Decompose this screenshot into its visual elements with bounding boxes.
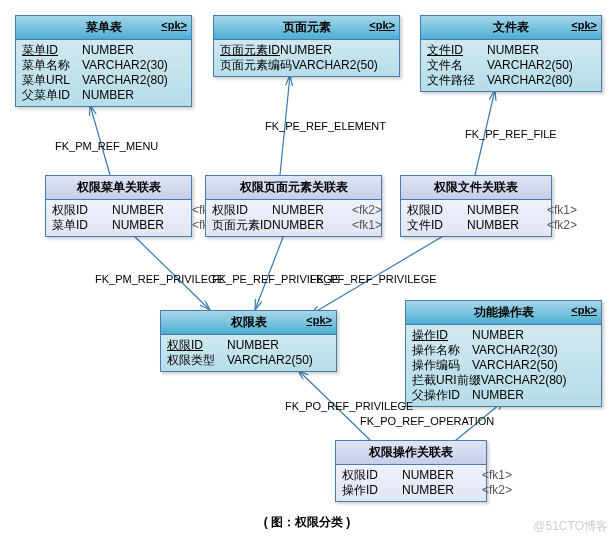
- column-name: 文件ID: [427, 43, 487, 58]
- column-name: 菜单ID: [52, 218, 112, 233]
- title: 权限菜单关联表: [77, 180, 161, 194]
- column-row: 操作IDNUMBER<fk2>: [342, 483, 480, 498]
- entity-file: 文件表<pk> 文件IDNUMBER文件名VARCHAR2(50)文件路径VAR…: [420, 15, 602, 92]
- column-key: <fk2>: [482, 483, 512, 498]
- column-row: 权限IDNUMBER: [167, 338, 330, 353]
- column-type: NUMBER: [112, 218, 192, 233]
- entity-privilege: 权限表<pk> 权限IDNUMBER权限类型VARCHAR2(50): [160, 310, 337, 372]
- fk-label: FK_PM_REF_MENU: [55, 140, 158, 152]
- entity-operation: 功能操作表<pk> 操作IDNUMBER操作名称VARCHAR2(30)操作编码…: [405, 300, 602, 407]
- column-type: NUMBER: [472, 328, 552, 343]
- title: 权限表: [231, 315, 267, 329]
- column-name: 操作名称: [412, 343, 472, 358]
- column-row: 菜单名称VARCHAR2(30): [22, 58, 185, 73]
- diagram-caption: ( 图：权限分类 ): [0, 514, 614, 531]
- fk-label: FK_PM_REF_PRIVILEGE: [95, 273, 224, 285]
- column-row: 操作IDNUMBER: [412, 328, 595, 343]
- column-type: VARCHAR2(80): [487, 73, 573, 88]
- column-name: 操作ID: [342, 483, 402, 498]
- column-type: VARCHAR2(50): [227, 353, 313, 368]
- column-key: <fk2>: [547, 218, 577, 233]
- column-row: 菜单URLVARCHAR2(80): [22, 73, 185, 88]
- column-name: 拦截URI前缀: [412, 373, 481, 388]
- fk-label: FK_PO_REF_PRIVILEGE: [285, 400, 413, 412]
- title: 页面元素: [283, 20, 331, 34]
- column-type: VARCHAR2(80): [82, 73, 168, 88]
- column-name: 权限ID: [342, 468, 402, 483]
- column-name: 菜单URL: [22, 73, 82, 88]
- pk-marker: <pk>: [571, 304, 597, 316]
- column-row: 文件IDNUMBER<fk2>: [407, 218, 545, 233]
- column-name: 父菜单ID: [22, 88, 82, 103]
- column-type: NUMBER: [82, 88, 162, 103]
- column-key: <fk1>: [547, 203, 577, 218]
- column-row: 权限IDNUMBER<fk1>: [407, 203, 545, 218]
- column-row: 权限类型VARCHAR2(50): [167, 353, 330, 368]
- entity-page-element: 页面元素<pk> 页面元素IDNUMBER页面元素编码VARCHAR2(50): [213, 15, 400, 77]
- column-row: 拦截URI前缀VARCHAR2(80): [412, 373, 595, 388]
- column-name: 页面元素ID: [212, 218, 272, 233]
- column-name: 父操作ID: [412, 388, 472, 403]
- column-type: NUMBER: [82, 43, 162, 58]
- column-name: 文件路径: [427, 73, 487, 88]
- column-row: 菜单IDNUMBER: [22, 43, 185, 58]
- column-row: 菜单IDNUMBER<fk1>: [52, 218, 185, 233]
- column-name: 操作编码: [412, 358, 472, 373]
- pk-marker: <pk>: [571, 19, 597, 31]
- column-row: 文件IDNUMBER: [427, 43, 595, 58]
- column-name: 菜单ID: [22, 43, 82, 58]
- column-row: 页面元素IDNUMBER: [220, 43, 393, 58]
- column-type: VARCHAR2(50): [487, 58, 573, 73]
- entity-priv-operation: 权限操作关联表 权限IDNUMBER<fk1>操作IDNUMBER<fk2>: [335, 440, 487, 502]
- column-type: VARCHAR2(50): [292, 58, 378, 73]
- column-name: 操作ID: [412, 328, 472, 343]
- column-name: 权限ID: [52, 203, 112, 218]
- watermark: @51CTO博客: [533, 518, 608, 535]
- column-type: VARCHAR2(80): [481, 373, 567, 388]
- title: 菜单表: [86, 20, 122, 34]
- column-name: 文件名: [427, 58, 487, 73]
- column-type: NUMBER: [280, 43, 360, 58]
- fk-label: FK_PF_REF_FILE: [465, 128, 557, 140]
- title: 权限操作关联表: [369, 445, 453, 459]
- column-type: NUMBER: [227, 338, 307, 353]
- column-key: <fk1>: [352, 218, 382, 233]
- column-row: 父操作IDNUMBER: [412, 388, 595, 403]
- column-type: NUMBER: [272, 203, 352, 218]
- fk-label: FK_PO_REF_OPERATION: [360, 415, 494, 427]
- column-row: 页面元素IDNUMBER<fk1>: [212, 218, 375, 233]
- fk-label: FK_PF_REF_PRIVILEGE: [310, 273, 437, 285]
- entity-menu: 菜单表<pk> 菜单IDNUMBER菜单名称VARCHAR2(30)菜单URLV…: [15, 15, 192, 107]
- column-name: 菜单名称: [22, 58, 82, 73]
- title: 权限页面元素关联表: [240, 180, 348, 194]
- column-name: 权限ID: [407, 203, 467, 218]
- entity-priv-file: 权限文件关联表 权限IDNUMBER<fk1>文件IDNUMBER<fk2>: [400, 175, 552, 237]
- column-type: NUMBER: [467, 203, 547, 218]
- column-type: NUMBER: [402, 468, 482, 483]
- column-type: NUMBER: [472, 388, 552, 403]
- entity-priv-menu: 权限菜单关联表 权限IDNUMBER<fk2>菜单IDNUMBER<fk1>: [45, 175, 192, 237]
- entity-priv-page: 权限页面元素关联表 权限IDNUMBER<fk2>页面元素IDNUMBER<fk…: [205, 175, 382, 237]
- column-name: 权限ID: [167, 338, 227, 353]
- column-type: NUMBER: [402, 483, 482, 498]
- column-name: 权限类型: [167, 353, 227, 368]
- column-row: 操作名称VARCHAR2(30): [412, 343, 595, 358]
- column-type: VARCHAR2(30): [472, 343, 558, 358]
- column-type: NUMBER: [112, 203, 192, 218]
- fk-label: FK_PE_REF_ELEMENT: [265, 120, 386, 132]
- column-row: 权限IDNUMBER<fk2>: [52, 203, 185, 218]
- svg-line-3: [130, 232, 210, 310]
- column-row: 文件名VARCHAR2(50): [427, 58, 595, 73]
- column-type: NUMBER: [487, 43, 567, 58]
- column-type: NUMBER: [467, 218, 547, 233]
- title: 权限文件关联表: [434, 180, 518, 194]
- column-name: 页面元素ID: [220, 43, 280, 58]
- title: 文件表: [493, 20, 529, 34]
- column-type: VARCHAR2(50): [472, 358, 558, 373]
- column-type: VARCHAR2(30): [82, 58, 168, 73]
- column-row: 权限IDNUMBER<fk1>: [342, 468, 480, 483]
- pk-marker: <pk>: [306, 314, 332, 326]
- column-row: 页面元素编码VARCHAR2(50): [220, 58, 393, 73]
- column-name: 页面元素编码: [220, 58, 292, 73]
- column-name: 权限ID: [212, 203, 272, 218]
